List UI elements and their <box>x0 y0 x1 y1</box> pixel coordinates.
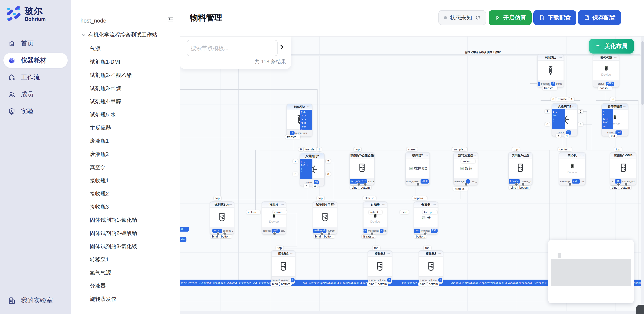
flow-node-qqdcf[interactable]: 氢气电磁阀•••Devicestatus:nul':':12.0,ime':en… <box>602 103 628 136</box>
tree-item-8[interactable]: 废液瓶2 <box>71 148 180 161</box>
port-label[interactable]: 2 <box>326 159 331 163</box>
download-config-button[interactable]: 下载配置 <box>533 10 576 25</box>
port-label[interactable]: separa... <box>412 196 427 200</box>
port-label[interactable]: top <box>424 246 431 250</box>
port-label[interactable]: bind <box>210 235 220 238</box>
param-value-badge[interactable]: 250 <box>430 229 437 233</box>
tree-item-16[interactable]: 转移泵1 <box>71 253 180 266</box>
collapse-panel-icon[interactable] <box>167 15 174 23</box>
horizontal-scrollbar[interactable] <box>180 311 641 314</box>
flow-node-sjp5[interactable]: 试剂瓶5-水•••:watercurrent_v <box>210 201 234 235</box>
port-label[interactable]: bottom <box>280 282 292 286</box>
port-label[interactable]: bottom <box>322 235 335 238</box>
port-label[interactable]: transfe... <box>286 135 300 139</box>
tree-group-row[interactable]: 有机化学流程综合测试工作站 <box>71 30 180 40</box>
tree-item-3[interactable]: 试剂瓶3-己烷 <box>71 82 180 95</box>
sidebar-item-3[interactable]: 成员 <box>4 87 68 102</box>
node-menu-icon[interactable]: ••• <box>332 202 336 207</box>
port-label[interactable]: transfe. <box>304 148 317 151</box>
beautify-layout-button[interactable]: 美化布局 <box>589 39 634 53</box>
port-label[interactable]: filter_in <box>363 196 376 200</box>
minimap-viewport[interactable] <box>551 259 631 286</box>
sidebar-item-2[interactable]: 工作流 <box>4 70 68 85</box>
flow-node-btf1[interactable]: 八通阀门1•••status:Idp',ion'::' <box>552 103 578 136</box>
port-label[interactable]: filtrate... <box>362 235 376 238</box>
port-label[interactable]: bind <box>270 282 280 286</box>
node-menu-icon[interactable]: ••• <box>580 153 584 158</box>
flow-node-sjp4[interactable]: 试剂瓶4-甲醇•••methanolcurrent_ <box>313 201 337 235</box>
port-label[interactable]: top <box>512 148 520 151</box>
tree-item-1[interactable]: 试剂瓶1-DMF <box>71 56 180 69</box>
node-menu-icon[interactable]: ••• <box>307 104 311 110</box>
flow-node-xzzfy[interactable]: 旋转蒸发仪•••旋转message:-max_ <box>453 152 478 185</box>
flow-node-fyq[interactable]: 分液器•••分ownvolume:250 <box>414 201 438 235</box>
port-label[interactable]: top <box>276 246 283 250</box>
node-menu-icon[interactable]: ••• <box>559 55 562 60</box>
tree-item-12[interactable]: 接收瓶3 <box>71 200 180 214</box>
param-value-badge[interactable]: wn <box>364 229 367 233</box>
flow-node-jbq2[interactable]: 搅拌器2•••搅拌器2max_speed:2000 <box>405 152 430 185</box>
port-label[interactable]: bind <box>610 186 619 189</box>
tree-item-11[interactable]: 接收瓶2 <box>71 187 180 200</box>
flow-node-sjp2[interactable]: 试剂瓶2-乙酸乙酯•••hyl_acetatecurre <box>350 152 374 185</box>
tree-item-2[interactable]: 试剂瓶2-乙酸乙酯 <box>71 69 180 82</box>
node-menu-icon[interactable]: ••• <box>369 153 373 158</box>
param-value-badge[interactable]: 2000 <box>420 179 429 183</box>
port-label[interactable]: bind <box>418 282 427 286</box>
tree-item-5[interactable]: 试剂瓶5-水 <box>71 108 180 122</box>
node-menu-icon[interactable]: ••• <box>473 153 476 158</box>
node-menu-icon[interactable]: ••• <box>433 202 436 207</box>
node-menu-icon[interactable]: ••• <box>281 202 284 207</box>
flow-node-sjp1[interactable]: 试剂瓶1-DMF•••e:DMFcurrent_vol <box>610 152 636 185</box>
node-menu-icon[interactable]: ••• <box>320 154 323 159</box>
sidebar-item-4[interactable]: 实验 <box>4 104 68 119</box>
flow-node-qqy[interactable]: 氢气气源•••Devicestatus:OPEN <box>593 54 619 88</box>
node-menu-icon[interactable]: ••• <box>424 153 428 158</box>
refresh-icon[interactable] <box>475 15 480 20</box>
port-label[interactable]: bottom <box>376 282 388 286</box>
param-value-badge[interactable]: 0 <box>551 82 555 86</box>
port-label[interactable]: bind <box>367 282 376 286</box>
param-value-badge[interactable]: 0 <box>290 131 294 135</box>
port-label[interactable]: 6 <box>545 122 550 126</box>
node-menu-icon[interactable]: ••• <box>623 104 626 109</box>
port-label[interactable]: 6 <box>293 172 298 176</box>
sidebar-item-1[interactable]: 仪器耗材 <box>4 53 68 68</box>
port-label[interactable]: retent... <box>368 210 382 214</box>
sidebar-item-my-lab[interactable]: 我的实验室 <box>4 293 68 308</box>
port-label[interactable]: 8 <box>298 148 304 151</box>
port-label[interactable]: bottom <box>220 235 232 238</box>
tree-item-6[interactable]: 主反应器 <box>71 122 180 135</box>
node-menu-icon[interactable]: ••• <box>290 251 294 256</box>
flow-node-jsp2[interactable]: 接收瓶2•••current_volume:0 <box>271 250 296 284</box>
port-label[interactable]: bottom <box>518 186 530 189</box>
port-label[interactable]: 5 <box>304 184 309 188</box>
node-menu-icon[interactable]: ••• <box>527 153 531 158</box>
port-label[interactable]: top <box>614 148 622 151</box>
tree-item-10[interactable]: 接收瓶1 <box>71 174 180 187</box>
param-value-badge[interactable]: own <box>414 229 420 233</box>
flow-node-jsp1[interactable]: 接收瓶1•••current_volume:0 <box>368 250 392 284</box>
flow-node-sjp3[interactable]: 试剂瓶3-己烷•••hexanecurrent_v <box>508 152 532 185</box>
param-value-badge[interactable]: 0 <box>290 278 294 282</box>
param-value-badge[interactable]: methanol <box>313 229 327 233</box>
port-label[interactable]: solven... <box>461 159 476 163</box>
port-label[interactable]: 4 <box>312 184 318 188</box>
flow-node-btf2[interactable]: 八通阀门2•••status:nup',ion'::' <box>300 153 325 186</box>
flow-canvas[interactable]: 有机化学流程综合测试工作站sferProtocol,StartStirProto… <box>180 36 644 314</box>
port-label[interactable]: produc... <box>453 187 468 191</box>
run-simulation-button[interactable]: 开启仿真 <box>489 10 532 25</box>
node-menu-icon[interactable]: ••• <box>229 202 232 207</box>
vertical-scrollbar[interactable] <box>641 36 644 314</box>
flow-node-jsp3[interactable]: 接收瓶3•••current_volume:0 <box>419 250 443 284</box>
param-value-badge[interactable]: - <box>380 229 384 233</box>
port-label[interactable]: top <box>214 196 221 200</box>
connection-handle[interactable] <box>416 183 420 186</box>
tree-item-0[interactable]: 气源 <box>71 42 180 56</box>
port-label[interactable]: 3 <box>326 172 331 176</box>
param-value-badge[interactable]: null <box>572 179 580 183</box>
port-label[interactable]: transfe. <box>556 97 570 101</box>
port-label[interactable]: colum... <box>246 210 260 214</box>
tree-item-4[interactable]: 试剂瓶4-甲醇 <box>71 95 180 108</box>
param-value-badge[interactable]: 0 <box>387 278 391 282</box>
